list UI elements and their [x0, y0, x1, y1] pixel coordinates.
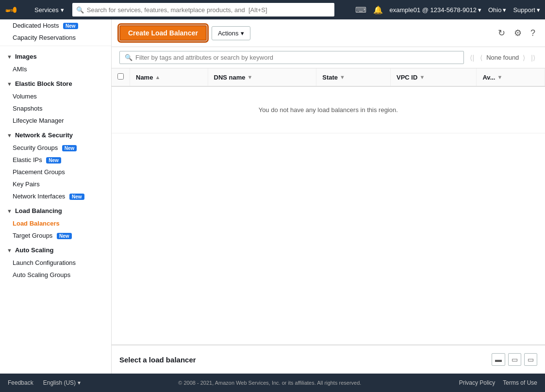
col-header-state[interactable]: State ▼: [316, 68, 391, 86]
create-load-balancer-button[interactable]: Create Load Balancer: [119, 25, 207, 41]
search-input[interactable]: [87, 6, 330, 14]
toolbar-right: ↻ ⚙ ?: [496, 27, 537, 39]
section-header-network-security[interactable]: ▼ Network & Security: [0, 127, 111, 142]
section-label-auto-scaling: Auto Scaling: [15, 246, 53, 254]
panel-view-stacked-button[interactable]: ▬: [492, 353, 505, 366]
footer-copyright: © 2008 - 2021, Amazon Web Services, Inc.…: [81, 380, 459, 386]
sidebar-item-target-groups[interactable]: Target Groups New: [0, 229, 111, 242]
language-label: English (US): [43, 379, 76, 386]
sort-state-icon: ▼: [340, 74, 345, 80]
bottom-panel-title: Select a load balancer: [119, 356, 196, 364]
support-menu[interactable]: Support ▾: [513, 6, 540, 14]
filter-bar: 🔍 ⟨| ⟨ None found ⟩ |⟩: [112, 47, 545, 68]
language-selector[interactable]: English (US) ▾: [43, 379, 81, 386]
section-label-ebs: Elastic Block Store: [15, 80, 72, 87]
content-area: Create Load Balancer Actions ▾ ↻ ⚙ ? 🔍 ⟨…: [112, 19, 545, 374]
bottom-panel-view-icons: ▬ ▭ ▭: [492, 353, 537, 366]
sidebar-item-load-balancers[interactable]: Load Balancers: [0, 217, 111, 229]
col-header-az[interactable]: Av... ▼: [477, 68, 545, 86]
services-button[interactable]: Services ▾: [30, 4, 68, 16]
sidebar-item-elastic-ips[interactable]: Elastic IPs New: [0, 154, 111, 166]
settings-button[interactable]: ⚙: [512, 27, 524, 39]
actions-chevron-icon: ▾: [241, 30, 244, 37]
sort-dns-icon: ▼: [248, 74, 253, 80]
topnav-right: ⌨ 🔔 example01 @ 1234-5678-9012 ▾ Ohio ▾ …: [355, 5, 540, 15]
section-label-load-balancing: Load Balancing: [15, 207, 62, 214]
region-chevron-icon: ▾: [503, 6, 506, 14]
region-label: Ohio: [488, 6, 501, 14]
arrow-asg-icon: ▼: [7, 247, 12, 253]
actions-button[interactable]: Actions ▾: [212, 26, 250, 40]
col-header-vpc-id[interactable]: VPC ID ▼: [391, 68, 477, 86]
filter-search-icon: 🔍: [125, 54, 132, 61]
sidebar-item-placement-groups[interactable]: Placement Groups: [0, 166, 111, 178]
select-all-checkbox[interactable]: [117, 73, 124, 80]
region-menu[interactable]: Ohio ▾: [488, 6, 506, 14]
sort-name-icon: ▲: [155, 74, 160, 80]
badge-new-tg: New: [57, 233, 72, 239]
section-header-auto-scaling[interactable]: ▼ Auto Scaling: [0, 242, 111, 257]
help-button[interactable]: ?: [528, 27, 537, 39]
copyright-text: © 2008 - 2021, Amazon Web Services, Inc.…: [178, 380, 361, 386]
bottom-panel: Select a load balancer ▬ ▭ ▭: [112, 344, 545, 374]
refresh-button[interactable]: ↻: [496, 27, 507, 39]
sidebar-item-volumes[interactable]: Volumes: [0, 90, 111, 102]
feedback-link[interactable]: Feedback: [8, 379, 33, 386]
footer-right: Privacy Policy Terms of Use: [459, 379, 537, 386]
terms-of-use-link[interactable]: Terms of Use: [503, 379, 537, 386]
sort-vpc-icon: ▼: [419, 74, 425, 80]
sidebar-item-security-groups[interactable]: Security Groups New: [0, 142, 111, 154]
support-chevron-icon: ▾: [537, 6, 540, 14]
sidebar-item-auto-scaling-groups[interactable]: Auto Scaling Groups: [0, 269, 111, 281]
sidebar-item-key-pairs[interactable]: Key Pairs: [0, 178, 111, 190]
panel-view-split-button[interactable]: ▭: [508, 353, 521, 366]
sidebar-item-capacity-reservations[interactable]: Capacity Reservations: [0, 32, 111, 44]
col-header-dns-name[interactable]: DNS name ▼: [208, 68, 316, 86]
col-az-label: Av...: [482, 74, 495, 81]
badge-new-sg: New: [62, 145, 77, 151]
badge-new: New: [63, 23, 78, 29]
last-page-button[interactable]: |⟩: [529, 53, 537, 63]
sidebar-item-dedicated-hosts[interactable]: Dedicated Hosts New: [0, 19, 111, 32]
col-header-name[interactable]: Name ▲: [130, 68, 208, 86]
filter-input[interactable]: [135, 54, 459, 61]
cloudshell-icon[interactable]: ⌨: [355, 5, 366, 15]
sidebar-item-snapshots[interactable]: Snapshots: [0, 102, 111, 114]
sidebar-item-launch-configurations[interactable]: Launch Configurations: [0, 257, 111, 269]
aws-logo[interactable]: aws: [5, 4, 23, 16]
col-name-label: Name: [136, 74, 153, 81]
sidebar: Dedicated Hosts New Capacity Reservation…: [0, 19, 112, 374]
sidebar-item-lifecycle-manager[interactable]: Lifecycle Manager: [0, 114, 111, 127]
pagination-none-found: None found: [486, 54, 519, 61]
svg-text:aws: aws: [5, 8, 13, 13]
table-container: Name ▲ DNS name ▼ State: [112, 68, 545, 344]
sidebar-item-amis[interactable]: AMIs: [0, 63, 111, 75]
sidebar-item-network-interfaces[interactable]: Network Interfaces New: [0, 190, 111, 202]
account-menu[interactable]: example01 @ 1234-5678-9012 ▾: [390, 6, 481, 14]
section-header-images[interactable]: ▼ Images: [0, 48, 111, 63]
privacy-policy-link[interactable]: Privacy Policy: [459, 379, 495, 386]
actions-label: Actions: [218, 30, 239, 37]
arrow-lb-icon: ▼: [7, 208, 12, 214]
prev-page-button[interactable]: ⟨: [478, 53, 484, 63]
table-header-row: Name ▲ DNS name ▼ State: [112, 68, 545, 86]
next-page-button[interactable]: ⟩: [521, 53, 527, 63]
top-navigation: aws Services ▾ 🔍 ⌨ 🔔 example01 @ 1234-56…: [0, 0, 545, 19]
sort-az-icon: ▼: [497, 74, 502, 80]
services-label: Services: [34, 6, 59, 14]
arrow-images-icon: ▼: [7, 54, 12, 60]
section-label-images: Images: [15, 53, 37, 60]
footer-left: Feedback English (US) ▾: [8, 379, 81, 386]
account-chevron-icon: ▾: [478, 6, 481, 14]
notification-bell-icon[interactable]: 🔔: [373, 5, 383, 15]
panel-view-full-button[interactable]: ▭: [524, 353, 537, 366]
section-header-ebs[interactable]: ▼ Elastic Block Store: [0, 75, 111, 90]
section-header-load-balancing[interactable]: ▼ Load Balancing: [0, 202, 111, 217]
col-state-label: State: [322, 74, 338, 81]
toolbar: Create Load Balancer Actions ▾ ↻ ⚙ ?: [112, 19, 545, 47]
load-balancers-table: Name ▲ DNS name ▼ State: [112, 68, 545, 133]
services-chevron-icon: ▾: [61, 6, 64, 14]
first-page-button[interactable]: ⟨|: [468, 53, 476, 63]
select-all-col: [112, 68, 130, 86]
arrow-network-icon: ▼: [7, 132, 12, 138]
